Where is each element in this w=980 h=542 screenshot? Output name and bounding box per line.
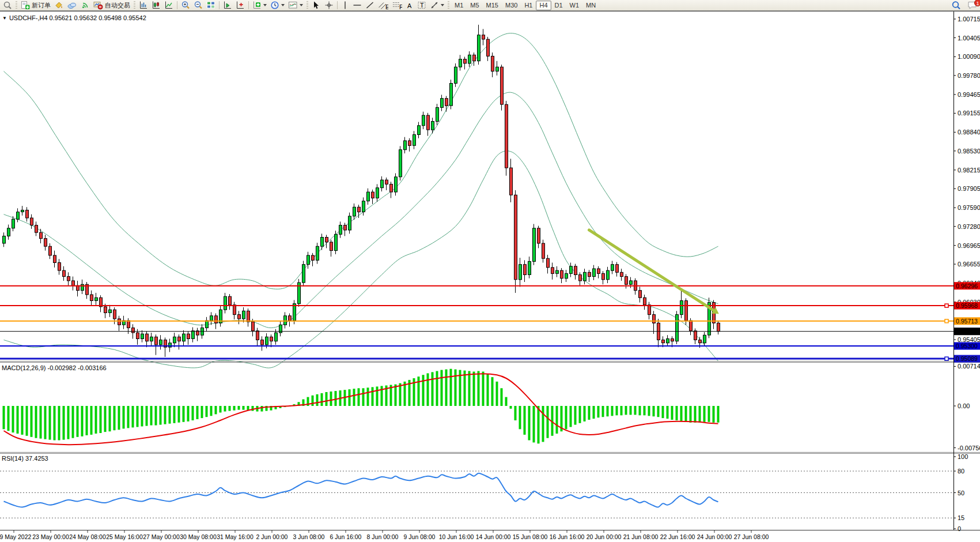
svg-text:0.95713: 0.95713	[956, 318, 978, 325]
arrows-dropdown-arrow[interactable]	[441, 4, 444, 6]
svg-text:-0.007561: -0.007561	[958, 445, 980, 451]
symbol-quote-line[interactable]: ▼USDCHF-,H4 0.95621 0.95632 0.95498 0.95…	[2, 14, 146, 21]
svg-text:0.99780: 0.99780	[958, 72, 980, 79]
chart-canvas[interactable]: 1.007151.004051.000900.997800.994650.991…	[0, 12, 980, 542]
rsi-layer	[0, 471, 953, 518]
auto-scroll-icon[interactable]	[221, 1, 234, 10]
svg-text:1.00715: 1.00715	[958, 16, 980, 22]
chart-shift-icon[interactable]	[234, 1, 247, 10]
timeframe-h4-button[interactable]: H4	[536, 1, 551, 10]
svg-text:20 Jun 00:00: 20 Jun 00:00	[587, 533, 622, 540]
auto-trading-icon	[93, 1, 103, 10]
timeframe-h1-button[interactable]: H1	[521, 1, 536, 10]
svg-text:T: T	[420, 2, 424, 9]
svg-text:A: A	[407, 2, 412, 9]
periods-button[interactable]	[268, 1, 286, 10]
svg-text:10 Jun 16:00: 10 Jun 16:00	[439, 533, 474, 540]
periods-dropdown-arrow[interactable]	[281, 4, 285, 6]
svg-text:0.98215: 0.98215	[958, 167, 980, 174]
svg-text:0.95089: 0.95089	[956, 355, 978, 362]
search-icon[interactable]	[949, 1, 963, 10]
fibonacci-tool-icon[interactable]: F	[390, 1, 404, 10]
svg-text:24 May 08:00: 24 May 08:00	[69, 533, 106, 540]
svg-text:9 Jun 08:00: 9 Jun 08:00	[404, 533, 436, 540]
timeframe-mn-button[interactable]: MN	[582, 1, 599, 10]
svg-text:0.95300: 0.95300	[956, 342, 978, 349]
horizontal-line-tool-icon[interactable]	[351, 1, 364, 10]
zoom-in-icon[interactable]	[179, 1, 192, 10]
svg-text:1.00405: 1.00405	[958, 35, 980, 42]
signals-icon[interactable]	[79, 1, 92, 10]
symbol-quote-text: USDCHF-,H4 0.95621 0.95632 0.95498 0.955…	[9, 14, 146, 21]
new-order-icon	[21, 1, 30, 10]
arrows-tool-button[interactable]	[428, 1, 446, 10]
svg-text:2 Jun 00:00: 2 Jun 00:00	[256, 533, 288, 540]
tile-windows-icon[interactable]	[205, 1, 217, 10]
svg-text:3 Jun 08:00: 3 Jun 08:00	[293, 533, 325, 540]
time-axis: 19 May 202223 May 00:0024 May 08:0025 Ma…	[0, 530, 980, 540]
candlestick-layer	[3, 25, 720, 357]
horizontal-lines-layer[interactable]	[0, 286, 953, 360]
indicators-dropdown-arrow[interactable]	[263, 4, 267, 6]
template-icon	[288, 1, 298, 10]
svg-text:27 Jun 08:00: 27 Jun 08:00	[734, 533, 769, 540]
price-axis: 1.007151.004051.000900.997800.994650.991…	[953, 12, 980, 532]
styler-bucket-icon[interactable]	[52, 1, 65, 10]
svg-text:0.98530: 0.98530	[958, 148, 980, 155]
one-click-trading-arrow-icon[interactable]: ▼	[2, 16, 7, 21]
timeframe-m15-button[interactable]: M15	[483, 1, 502, 10]
svg-text:0.98840: 0.98840	[958, 129, 980, 136]
svg-text:15 Jun 08:00: 15 Jun 08:00	[513, 533, 548, 540]
cursor-tool-icon[interactable]	[310, 1, 323, 10]
notifications-button[interactable]: 1	[967, 1, 978, 11]
indicators-icon	[252, 1, 262, 10]
timeframe-w1-button[interactable]: W1	[566, 1, 583, 10]
templates-button[interactable]	[286, 1, 305, 10]
timeframe-m1-button[interactable]: M1	[451, 1, 467, 10]
indicators-button[interactable]	[251, 1, 268, 10]
new-order-label: 新订单	[32, 1, 51, 10]
cloud-icon[interactable]	[65, 1, 79, 10]
svg-text:0.95968: 0.95968	[956, 302, 978, 309]
line-chart-mode-icon[interactable]	[162, 1, 175, 10]
svg-text:8 Jun 00:00: 8 Jun 00:00	[367, 533, 399, 540]
svg-text:14 Jun 00:00: 14 Jun 00:00	[476, 533, 511, 540]
svg-text:30 May 08:00: 30 May 08:00	[180, 533, 217, 540]
svg-text:0.96965: 0.96965	[958, 242, 980, 249]
timeframe-m5-button[interactable]: M5	[467, 1, 482, 10]
svg-text:100: 100	[958, 453, 968, 460]
clock-icon	[270, 1, 279, 10]
svg-text:24 Jun 00:00: 24 Jun 00:00	[697, 533, 732, 540]
text-tool-icon[interactable]: A	[404, 1, 415, 10]
zoom-out-icon[interactable]	[192, 1, 205, 10]
text-label-tool-icon[interactable]: T	[415, 1, 428, 10]
notification-badge: 1	[974, 0, 980, 6]
svg-text:80: 80	[958, 468, 964, 475]
svg-text:31 May 16:00: 31 May 16:00	[217, 533, 253, 540]
bar-chart-mode-icon[interactable]	[137, 1, 150, 10]
symbol-search-icon[interactable]	[1, 1, 14, 10]
rsi-indicator-label: RSI(14) 37.4253	[2, 455, 48, 462]
crosshair-tool-icon[interactable]	[323, 1, 335, 10]
main-toolbar: 新订单 自动交易	[0, 0, 980, 11]
candlestick-mode-icon[interactable]	[150, 1, 162, 10]
arrows-tool-icon	[430, 1, 439, 10]
new-order-button[interactable]: 新订单	[19, 1, 52, 10]
vertical-line-tool-icon[interactable]	[339, 1, 351, 10]
trendline-tool-icon[interactable]	[364, 1, 376, 10]
chart-window[interactable]: 1.007151.004051.000900.997800.994650.991…	[0, 11, 980, 542]
macd-layer	[3, 369, 720, 445]
timeframe-m30-button[interactable]: M30	[502, 1, 521, 10]
svg-text:F: F	[399, 3, 402, 10]
svg-text:27 May 00:00: 27 May 00:00	[143, 533, 180, 540]
templates-dropdown-arrow[interactable]	[300, 4, 303, 6]
timeframe-d1-button[interactable]: D1	[551, 1, 566, 10]
macd-indicator-label: MACD(12,26,9) -0.002982 -0.003166	[2, 364, 107, 371]
svg-text:0.95542: 0.95542	[956, 328, 978, 335]
channel-tool-icon[interactable]: E	[376, 1, 390, 10]
svg-text:0.96296: 0.96296	[956, 283, 978, 289]
svg-text:0.97590: 0.97590	[958, 204, 980, 211]
bollinger-bands-layer	[4, 33, 718, 368]
svg-text:E: E	[385, 3, 388, 10]
auto-trading-button[interactable]: 自动交易	[92, 1, 132, 10]
